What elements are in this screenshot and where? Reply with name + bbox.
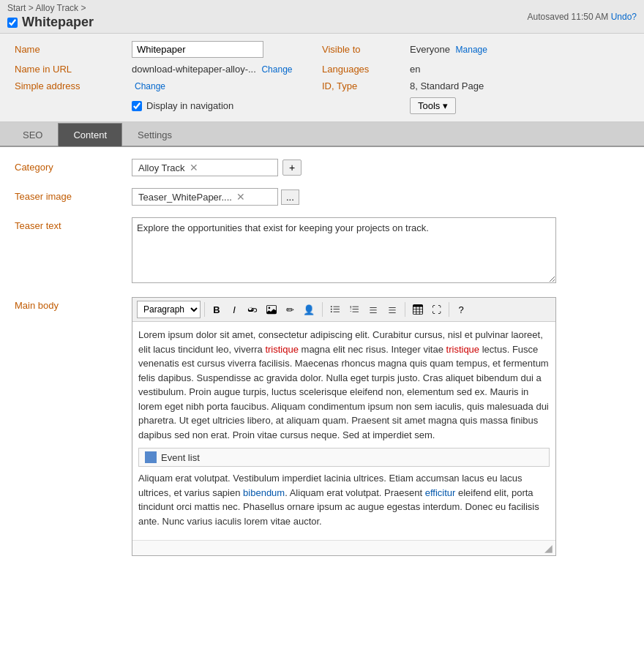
languages-value: en bbox=[410, 64, 629, 75]
category-label: Category bbox=[15, 159, 132, 173]
main-body-label: Main body bbox=[15, 297, 132, 311]
italic-btn[interactable]: I bbox=[226, 301, 242, 318]
change-url-link[interactable]: Change bbox=[261, 64, 292, 75]
breadcrumb-sep1: > bbox=[29, 3, 34, 13]
languages-label: Languages bbox=[322, 64, 410, 75]
category-tag-input: Alloy Track ✕ bbox=[132, 159, 278, 176]
ul-btn[interactable] bbox=[326, 301, 344, 318]
name-in-url-label: Name in URL bbox=[15, 64, 132, 75]
breadcrumb-alloytrack[interactable]: Alloy Track bbox=[35, 3, 78, 13]
page-title: Whitepaper bbox=[22, 15, 94, 30]
bold-btn[interactable]: B bbox=[209, 301, 225, 318]
toolbar-sep2 bbox=[322, 302, 323, 317]
teaser-filename: Teaser_WhitePaper.... bbox=[138, 192, 232, 203]
main-body-editor: Paragraph B I ✏ 👤 bbox=[132, 297, 556, 556]
tab-content[interactable]: Content bbox=[58, 123, 122, 146]
display-nav-row: Display in navigation bbox=[132, 97, 322, 114]
edit-btn[interactable]: ✏ bbox=[282, 301, 298, 318]
category-tag: Alloy Track bbox=[138, 162, 185, 173]
category-content: Alloy Track ✕ + bbox=[132, 159, 629, 176]
editor-body[interactable]: Lorem ipsum dolor sit amet, consectetur … bbox=[132, 322, 555, 540]
resize-icon: ◢ bbox=[544, 542, 553, 554]
simple-address-label: Simple address bbox=[15, 80, 132, 91]
display-nav-checkbox[interactable] bbox=[132, 101, 142, 111]
tools-wrapper: Tools ▾ bbox=[410, 97, 629, 114]
display-nav-label: Display in navigation bbox=[146, 100, 233, 111]
table-btn[interactable] bbox=[409, 301, 427, 318]
teaser-text-input[interactable]: Explore the opportunities that exist for… bbox=[132, 217, 556, 283]
editor-toolbar: Paragraph B I ✏ 👤 bbox=[132, 298, 555, 322]
tab-settings[interactable]: Settings bbox=[122, 123, 187, 146]
body-paragraph-2: Aliquam erat volutpat. Vestibulum imperd… bbox=[138, 471, 550, 528]
name-label: Name bbox=[15, 44, 132, 55]
simple-address-change: Change bbox=[132, 80, 322, 91]
teaser-text-content: Explore the opportunities that exist for… bbox=[132, 217, 629, 285]
teaser-text-label: Teaser text bbox=[15, 217, 132, 231]
visible-to-label: Visible to bbox=[322, 44, 410, 55]
teaser-image-box: Teaser_WhitePaper.... ✕ ... bbox=[132, 188, 629, 206]
id-type-label: ID, Type bbox=[322, 80, 410, 91]
content-area: Category Alloy Track ✕ + Teaser image Te… bbox=[0, 147, 644, 579]
editor-resize-handle: ◢ bbox=[132, 540, 555, 555]
name-field-wrapper bbox=[132, 41, 322, 58]
teaser-file-box: Teaser_WhitePaper.... ✕ bbox=[132, 188, 278, 206]
main-body-row: Main body Paragraph B I ✏ bbox=[15, 297, 629, 556]
event-list-block: Event list bbox=[138, 448, 550, 467]
event-list-label: Event list bbox=[161, 452, 200, 463]
body-paragraph-1: Lorem ipsum dolor sit amet, consectetur … bbox=[138, 328, 550, 442]
manage-link[interactable]: Manage bbox=[456, 45, 487, 55]
visible-to-value: Everyone Manage bbox=[410, 44, 629, 55]
page-checkbox[interactable] bbox=[7, 18, 18, 28]
breadcrumb: Start > Alloy Track > bbox=[7, 3, 94, 13]
visible-to-text: Everyone bbox=[410, 44, 450, 55]
event-list-icon bbox=[145, 451, 157, 463]
autosave-text: Autosaved 11:50 AM bbox=[528, 12, 609, 22]
indent-left-btn[interactable] bbox=[364, 301, 382, 318]
teaser-text-row: Teaser text Explore the opportunities th… bbox=[15, 217, 629, 285]
name-input[interactable] bbox=[132, 41, 263, 58]
category-row: Category Alloy Track ✕ + bbox=[15, 159, 629, 176]
main-body-content: Paragraph B I ✏ 👤 bbox=[132, 297, 629, 556]
person-btn[interactable]: 👤 bbox=[299, 301, 318, 318]
ol-btn[interactable] bbox=[345, 301, 363, 318]
breadcrumb-start[interactable]: Start bbox=[7, 3, 26, 13]
name-in-url-value: download-whitepaper-alloy-... Change bbox=[132, 64, 322, 75]
top-bar: Start > Alloy Track > Whitepaper Autosav… bbox=[0, 0, 644, 34]
teaser-image-row: Teaser image Teaser_WhitePaper.... ✕ ... bbox=[15, 188, 629, 206]
tabs-bar: SEO Content Settings bbox=[0, 122, 644, 147]
image-btn[interactable] bbox=[263, 301, 280, 318]
id-type-value: 8, Standard Page bbox=[410, 80, 629, 91]
teaser-image-label: Teaser image bbox=[15, 188, 132, 202]
link-btn[interactable] bbox=[244, 301, 261, 318]
undo-link[interactable]: Undo? bbox=[611, 12, 637, 22]
page-title-row: Whitepaper bbox=[7, 15, 94, 30]
autosave-info: Autosaved 11:50 AM Undo? bbox=[528, 12, 637, 22]
paragraph-select[interactable]: Paragraph bbox=[137, 301, 201, 318]
fullscreen-btn[interactable]: ⛶ bbox=[428, 301, 445, 318]
url-text: download-whitepaper-alloy-... bbox=[132, 64, 256, 75]
toolbar-sep1 bbox=[204, 302, 205, 317]
category-remove-btn[interactable]: ✕ bbox=[188, 162, 200, 173]
change-address-link[interactable]: Change bbox=[135, 81, 165, 91]
info-section: Name Visible to Everyone Manage Name in … bbox=[0, 34, 644, 122]
teaser-remove-btn[interactable]: ✕ bbox=[235, 191, 247, 203]
teaser-image-content: Teaser_WhitePaper.... ✕ ... bbox=[132, 188, 629, 206]
teaser-browse-btn[interactable]: ... bbox=[281, 189, 299, 205]
toolbar-sep4 bbox=[449, 302, 449, 317]
toolbar-sep3 bbox=[405, 302, 405, 317]
help-btn[interactable]: ? bbox=[453, 301, 469, 318]
tab-seo[interactable]: SEO bbox=[7, 123, 58, 146]
tools-button[interactable]: Tools ▾ bbox=[410, 97, 456, 114]
category-add-btn[interactable]: + bbox=[282, 159, 302, 176]
info-grid: Name Visible to Everyone Manage Name in … bbox=[15, 41, 629, 114]
breadcrumb-sep2: > bbox=[80, 3, 86, 13]
category-box: Alloy Track ✕ + bbox=[132, 159, 629, 176]
indent-right-btn[interactable] bbox=[383, 301, 401, 318]
